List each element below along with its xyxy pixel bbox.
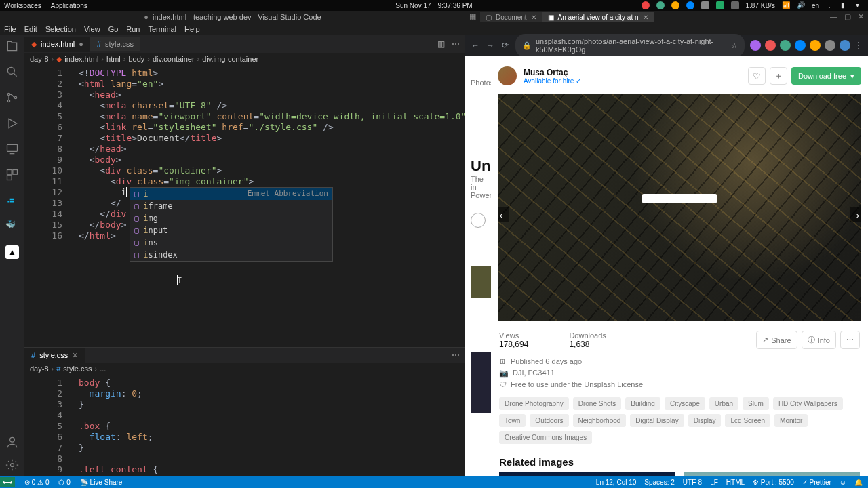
crumb[interactable]: day-8 (30, 365, 49, 373)
crumb[interactable]: ... (100, 365, 106, 373)
editor-tab[interactable]: ◆ index.html ● (24, 37, 90, 52)
related-image[interactable] (684, 472, 860, 476)
battery-icon[interactable]: ▮ (841, 1, 849, 9)
remote-indicator[interactable]: ⟷ (0, 477, 15, 487)
menu-run[interactable]: Run (126, 25, 140, 33)
tag[interactable]: Slum (743, 397, 769, 410)
more-icon[interactable]: ⋯ (452, 350, 460, 360)
extension-icon[interactable] (780, 40, 791, 51)
download-button[interactable]: Download free▾ (791, 67, 861, 85)
tag[interactable]: Monitor (774, 414, 808, 427)
tag[interactable]: HD City Wallpapers (773, 397, 843, 410)
share-button[interactable]: ↗ Share (756, 331, 797, 349)
extension-icon[interactable] (810, 40, 821, 51)
close-icon[interactable]: ✕ (858, 12, 864, 22)
browser-tab[interactable]: ▣ An aerial view of a city at n ✕ (542, 12, 654, 22)
crumb[interactable]: style.css (63, 365, 92, 373)
triangle-icon[interactable]: ▲ (5, 245, 19, 259)
address-bar[interactable]: 🔒 unsplash.com/photos/an-aerial-view-of-… (515, 34, 745, 57)
account-icon[interactable] (5, 435, 19, 449)
star-icon[interactable]: ☆ (731, 41, 738, 50)
status-liveshare[interactable]: 📡 Live Share (80, 479, 123, 486)
menu-file[interactable]: File (4, 25, 16, 33)
status-cursor[interactable]: Ln 12, Col 10 (596, 479, 637, 486)
tray-icon[interactable] (686, 1, 694, 9)
crumb[interactable]: day-8 (30, 55, 49, 63)
wifi-icon[interactable]: 📶 (782, 1, 790, 9)
settings-icon[interactable] (5, 458, 19, 472)
more-button[interactable]: ⋯ (840, 331, 860, 349)
maximize-icon[interactable]: ▢ (844, 12, 851, 22)
tray-icon[interactable] (731, 1, 739, 9)
status-indent[interactable]: Spaces: 2 (644, 479, 674, 486)
tag[interactable]: Urban (709, 397, 738, 410)
close-tab-icon[interactable]: ✕ (72, 351, 78, 360)
back-button[interactable]: ← (471, 41, 480, 50)
tag[interactable]: Display (688, 414, 722, 427)
suggest-item[interactable]: ▢ img (130, 212, 332, 224)
next-photo-button[interactable]: › (850, 207, 861, 222)
status-encoding[interactable]: UTF-8 (683, 479, 702, 486)
minimize-icon[interactable]: — (830, 12, 837, 22)
tray-icon[interactable] (671, 1, 679, 9)
tag[interactable]: Lcd Screen (725, 414, 770, 427)
extension-icon[interactable] (825, 40, 835, 51)
status-eol[interactable]: LF (710, 479, 718, 486)
info-button[interactable]: ⓘ Info (802, 331, 836, 349)
status-bell-icon[interactable]: 🔔 (854, 479, 863, 486)
menu-edit[interactable]: Edit (24, 25, 37, 33)
tag[interactable]: Building (625, 397, 660, 410)
workspaces-menu[interactable]: Workspaces (4, 2, 41, 9)
remote-icon[interactable] (5, 142, 19, 156)
close-tab-icon[interactable]: ✕ (531, 14, 536, 21)
tag[interactable]: Digital Display (630, 414, 684, 427)
editor-tab[interactable]: # style.css ✕ (24, 348, 85, 363)
app-switcher-icon[interactable]: ▦ (465, 12, 480, 22)
suggest-item[interactable]: ▢ input (130, 224, 332, 237)
tag[interactable]: Cityscape (665, 397, 705, 410)
status-prettier[interactable]: ✓ Prettier (802, 479, 831, 486)
tag[interactable]: Outdoors (530, 414, 568, 427)
tray-icon[interactable] (701, 1, 709, 9)
status-problems[interactable]: ⊘ 0 ⚠ 0 (24, 479, 49, 486)
like-button[interactable]: ♡ (748, 67, 766, 85)
browser-tab[interactable]: ▢ Document ✕ (480, 12, 542, 22)
browser-menu-icon[interactable]: ⋮ (854, 41, 863, 50)
extensions-icon[interactable] (5, 168, 19, 182)
tag[interactable]: Town (499, 414, 526, 427)
status-language[interactable]: HTML (726, 479, 745, 486)
code-editor[interactable]: 12345678910111213141516 <!DOCTYPE html> … (24, 65, 465, 347)
menu-help[interactable]: Help (184, 25, 200, 33)
tag[interactable]: Drone Photography (499, 397, 569, 410)
photo-hero[interactable]: ‹ › (498, 94, 861, 321)
reload-button[interactable]: ⟳ (500, 41, 510, 50)
docker-alt-icon[interactable]: 🐳 (5, 220, 19, 233)
menu-go[interactable]: Go (108, 25, 119, 33)
volume-icon[interactable]: 🔊 (797, 1, 805, 9)
tag[interactable]: Drone Shots (573, 397, 622, 410)
suggest-item[interactable]: ▢ isindex (130, 249, 332, 261)
docker-icon[interactable] (5, 194, 19, 207)
author-name[interactable]: Musa Ortaç (524, 68, 581, 77)
tag[interactable]: Creative Commons Images (499, 431, 592, 444)
search-icon[interactable] (5, 65, 19, 79)
status-ports[interactable]: ⬡ 0 (58, 479, 70, 486)
search-icon[interactable] (471, 213, 486, 228)
more-icon[interactable]: ⋯ (452, 39, 460, 49)
source-control-icon[interactable] (5, 91, 19, 104)
intellisense-popup[interactable]: Emmet Abbreviation ▢ i▢ iframe▢ img▢ inp… (130, 187, 333, 262)
crumb[interactable]: html (106, 55, 121, 63)
crumb[interactable]: body (128, 55, 144, 63)
editor-tab[interactable]: # style.css (90, 37, 140, 51)
crumb[interactable]: div.container (153, 55, 195, 63)
forward-button[interactable]: → (486, 41, 495, 50)
lang-indicator[interactable]: en (812, 2, 819, 9)
menu-selection[interactable]: Selection (45, 25, 76, 33)
menu-view[interactable]: View (84, 25, 100, 33)
tray-icon[interactable] (656, 1, 665, 9)
extension-icon[interactable] (795, 40, 806, 51)
crumb[interactable]: index.html (64, 55, 98, 63)
extension-icon[interactable] (840, 40, 850, 51)
explorer-icon[interactable] (5, 39, 19, 53)
tray-icon[interactable]: ⋮ (826, 1, 834, 9)
